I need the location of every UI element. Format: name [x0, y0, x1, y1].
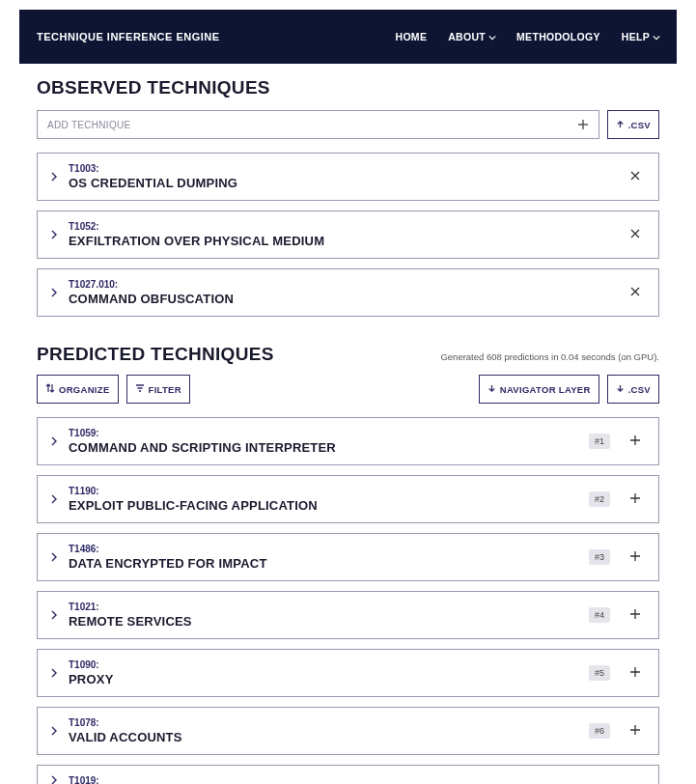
technique-id: T1190:	[69, 486, 579, 496]
technique-card[interactable]: T1021:REMOTE SERVICES#4	[37, 591, 659, 639]
plus-icon	[629, 490, 641, 508]
chevron-right-icon	[49, 775, 59, 784]
chevron-down-icon	[488, 34, 495, 41]
app-title: TECHNIQUE INFERENCE ENGINE	[37, 31, 220, 42]
technique-name: EXPLOIT PUBLIC-FACING APPLICATION	[69, 498, 579, 513]
add-button[interactable]	[624, 430, 647, 453]
rank-badge: #1	[589, 434, 610, 449]
upload-csv-label: .CSV	[628, 120, 651, 130]
download-csv-button[interactable]: .CSV	[607, 375, 659, 404]
plus-icon	[629, 664, 641, 682]
download-icon	[487, 384, 496, 395]
chevron-right-icon	[49, 172, 59, 182]
technique-id: T1003:	[69, 163, 614, 174]
chevron-right-icon	[49, 726, 59, 736]
chevron-right-icon	[49, 552, 59, 562]
plus-icon	[629, 722, 641, 740]
technique-id: T1027.010:	[69, 279, 614, 290]
navigator-layer-label: NAVIGATOR LAYER	[500, 384, 591, 395]
close-icon	[629, 168, 641, 185]
technique-id: T1052:	[69, 221, 614, 232]
nav: HOME ABOUT METHODOLOGY HELP	[396, 31, 659, 42]
chevron-down-icon	[653, 34, 659, 41]
technique-card[interactable]: T1190:EXPLOIT PUBLIC-FACING APPLICATION#…	[37, 475, 659, 523]
nav-methodology-label: METHODOLOGY	[516, 31, 600, 42]
close-icon	[629, 226, 641, 243]
generation-note: Generated 608 predictions in 0.04 second…	[440, 351, 659, 362]
add-button[interactable]	[624, 488, 647, 511]
chevron-right-icon	[49, 288, 59, 297]
upload-csv-button[interactable]: .CSV	[607, 110, 659, 139]
technique-id: T1021:	[69, 602, 579, 612]
rank-badge: #3	[589, 549, 610, 565]
technique-card[interactable]: T1019:	[37, 765, 659, 784]
add-button[interactable]	[624, 661, 647, 685]
plus-icon	[629, 606, 641, 624]
add-button[interactable]	[624, 603, 647, 627]
technique-name: OS CREDENTIAL DUMPING	[69, 176, 614, 190]
rank-badge: #4	[589, 607, 610, 623]
filter-label: FILTER	[149, 384, 181, 395]
technique-name: REMOTE SERVICES	[69, 614, 579, 629]
chevron-right-icon	[49, 668, 59, 678]
technique-id: T1090:	[69, 659, 579, 670]
filter-icon	[135, 383, 145, 395]
organize-icon	[45, 383, 55, 395]
predicted-title: PREDICTED TECHNIQUES	[37, 344, 274, 365]
technique-card[interactable]: T1027.010:COMMAND OBFUSCATION	[37, 268, 659, 317]
add-button[interactable]	[624, 546, 647, 569]
add-button[interactable]	[624, 719, 647, 742]
technique-name: PROXY	[69, 672, 579, 686]
technique-id: T1059:	[69, 428, 579, 438]
rank-badge: #5	[589, 665, 610, 681]
nav-home-label: HOME	[396, 31, 428, 42]
nav-home[interactable]: HOME	[396, 31, 428, 42]
chevron-right-icon	[49, 494, 59, 504]
add-technique-input[interactable]: ADD TECHNIQUE	[37, 110, 599, 139]
technique-id: T1078:	[69, 717, 579, 728]
technique-name: DATA ENCRYPTED FOR IMPACT	[69, 556, 579, 571]
filter-button[interactable]: FILTER	[126, 375, 190, 404]
nav-help-label: HELP	[622, 31, 650, 42]
nav-about-label: ABOUT	[448, 31, 486, 42]
technique-name: EXFILTRATION OVER PHYSICAL MEDIUM	[69, 234, 614, 248]
technique-card[interactable]: T1003:OS CREDENTIAL DUMPING	[37, 153, 659, 201]
upload-icon	[616, 120, 625, 130]
technique-card[interactable]: T1052:EXFILTRATION OVER PHYSICAL MEDIUM	[37, 210, 659, 259]
organize-button[interactable]: ORGANIZE	[37, 375, 119, 404]
chevron-right-icon	[49, 230, 59, 239]
observed-title: OBSERVED TECHNIQUES	[37, 77, 659, 98]
technique-id: T1019:	[69, 775, 647, 784]
technique-id: T1486:	[69, 544, 579, 554]
nav-methodology[interactable]: METHODOLOGY	[516, 31, 600, 42]
chevron-right-icon	[49, 610, 59, 620]
remove-button[interactable]	[624, 281, 647, 304]
plus-icon	[629, 433, 641, 450]
download-icon	[616, 384, 625, 395]
remove-button[interactable]	[624, 223, 647, 246]
navigator-layer-button[interactable]: NAVIGATOR LAYER	[479, 375, 599, 404]
technique-name: COMMAND OBFUSCATION	[69, 292, 614, 306]
plus-icon	[577, 119, 589, 130]
technique-name: VALID ACCOUNTS	[69, 730, 579, 744]
app-header: TECHNIQUE INFERENCE ENGINE HOME ABOUT ME…	[19, 10, 677, 64]
technique-name: COMMAND AND SCRIPTING INTERPRETER	[69, 440, 579, 455]
chevron-right-icon	[49, 436, 59, 446]
technique-card[interactable]: T1090:PROXY#5	[37, 649, 659, 697]
remove-button[interactable]	[624, 165, 647, 188]
technique-card[interactable]: T1078:VALID ACCOUNTS#6	[37, 707, 659, 755]
rank-badge: #2	[589, 491, 610, 507]
organize-label: ORGANIZE	[59, 384, 110, 395]
plus-icon	[629, 548, 641, 566]
technique-card[interactable]: T1486:DATA ENCRYPTED FOR IMPACT#3	[37, 533, 659, 581]
nav-about[interactable]: ABOUT	[448, 31, 495, 42]
close-icon	[629, 284, 641, 301]
download-csv-label: .CSV	[628, 384, 651, 395]
rank-badge: #6	[589, 723, 610, 739]
nav-help[interactable]: HELP	[622, 31, 659, 42]
add-technique-placeholder: ADD TECHNIQUE	[47, 120, 131, 130]
technique-card[interactable]: T1059:COMMAND AND SCRIPTING INTERPRETER#…	[37, 417, 659, 465]
